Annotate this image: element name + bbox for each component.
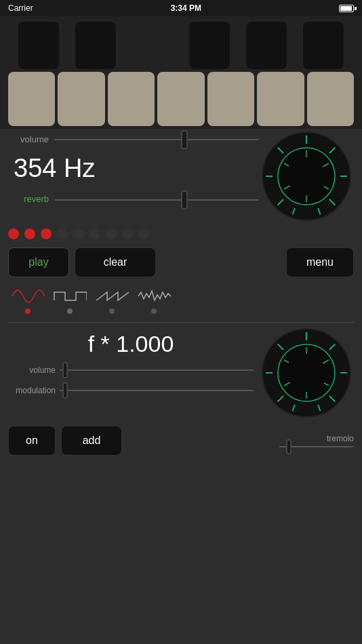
noise-wave-svg <box>137 287 171 306</box>
reverb-label: reverb <box>8 194 49 204</box>
waveform-row <box>0 281 362 319</box>
black-keys-row <box>5 22 357 69</box>
black-key-4[interactable] <box>246 22 287 69</box>
main-controls-row: volume 354 Hz reverb <box>0 129 362 243</box>
bottom-left-controls: f * 1.000 volume modulation <box>8 325 254 420</box>
volume-slider-thumb[interactable] <box>181 130 188 149</box>
saw-wave-svg <box>95 287 129 306</box>
bottom-volume-row: volume <box>8 365 254 375</box>
main-knob-area <box>259 129 354 224</box>
play-button[interactable]: play <box>8 247 69 277</box>
dot-1[interactable] <box>8 228 19 239</box>
tremolo-label: tremolo <box>327 434 354 443</box>
bottom-buttons-row: on add tremolo <box>0 420 362 461</box>
noise-dot <box>151 308 157 314</box>
white-key-7[interactable] <box>307 72 354 126</box>
tremolo-section: tremolo <box>279 434 354 447</box>
time-display: 3:34 PM <box>171 3 201 13</box>
bottom-knob[interactable] <box>259 325 354 420</box>
dots-row <box>8 224 259 243</box>
dot-6[interactable] <box>89 228 100 239</box>
bottom-section: f * 1.000 volume modulation <box>0 325 362 420</box>
bottom-volume-thumb[interactable] <box>62 362 68 378</box>
square-dot <box>67 308 73 314</box>
black-key-1[interactable] <box>18 22 59 69</box>
tremolo-thumb[interactable] <box>286 439 291 454</box>
black-key-3[interactable] <box>189 22 230 69</box>
bottom-volume-label: volume <box>8 365 56 375</box>
on-button[interactable]: on <box>8 426 56 456</box>
piano-area <box>0 16 362 129</box>
modulation-track[interactable] <box>60 390 254 391</box>
white-keys-row <box>5 72 357 126</box>
black-key-2[interactable] <box>75 22 116 69</box>
white-key-1[interactable] <box>8 72 55 126</box>
buttons-row: play clear menu <box>0 243 362 281</box>
section-divider <box>8 322 354 323</box>
status-icons <box>339 5 354 12</box>
white-key-4[interactable] <box>157 72 204 126</box>
dot-5[interactable] <box>73 228 84 239</box>
modulation-thumb[interactable] <box>62 382 68 399</box>
battery-icon <box>339 5 354 12</box>
dot-4[interactable] <box>57 228 68 239</box>
f-multiplier-display: f * 1.000 <box>8 328 254 363</box>
modulation-label: modulation <box>8 386 56 395</box>
waveform-sine[interactable] <box>11 287 45 314</box>
tremolo-track[interactable] <box>279 446 354 447</box>
volume-slider-row: volume <box>8 134 259 144</box>
waveform-square[interactable] <box>53 287 87 314</box>
add-button[interactable]: add <box>61 426 122 456</box>
modulation-row: modulation <box>8 386 254 395</box>
saw-dot <box>109 308 115 314</box>
reverb-slider-thumb[interactable] <box>181 190 188 209</box>
clear-button[interactable]: clear <box>75 247 156 277</box>
status-bar: Carrier 3:34 PM <box>0 0 362 16</box>
white-key-2[interactable] <box>58 72 104 126</box>
sine-wave-svg <box>11 287 45 306</box>
dot-9[interactable] <box>138 228 149 239</box>
white-key-6[interactable] <box>257 72 304 126</box>
black-key-5[interactable] <box>303 22 344 69</box>
hz-display: 354 Hz <box>8 154 259 183</box>
dot-7[interactable] <box>106 228 117 239</box>
volume-slider-track[interactable] <box>54 139 259 140</box>
left-controls: volume 354 Hz reverb <box>8 129 259 243</box>
dot-3[interactable] <box>41 228 52 239</box>
black-key-spacer <box>132 22 173 69</box>
main-knob[interactable] <box>259 129 354 224</box>
carrier-text: Carrier <box>8 3 33 13</box>
reverb-slider-row: reverb <box>8 194 259 205</box>
volume-label: volume <box>8 134 49 144</box>
square-wave-svg <box>53 287 87 306</box>
waveform-sawtooth[interactable] <box>95 287 129 314</box>
waveform-noise[interactable] <box>137 287 171 314</box>
bottom-knob-area <box>259 325 354 420</box>
white-key-5[interactable] <box>207 72 254 126</box>
dot-8[interactable] <box>122 228 133 239</box>
dot-2[interactable] <box>24 228 35 239</box>
white-key-3[interactable] <box>108 72 155 126</box>
sine-dot <box>25 308 31 314</box>
menu-button[interactable]: menu <box>286 247 354 277</box>
reverb-slider-track[interactable] <box>54 199 259 201</box>
bottom-volume-track[interactable] <box>60 369 254 371</box>
